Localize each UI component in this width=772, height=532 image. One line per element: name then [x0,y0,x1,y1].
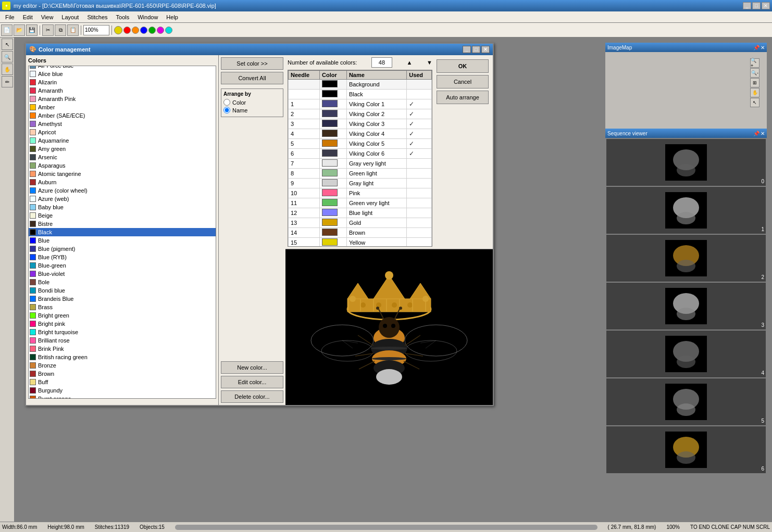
menu-edit[interactable]: Edit [19,13,37,21]
sequence-item[interactable]: 0 [606,139,766,186]
sequence-item[interactable]: 2 [606,235,766,282]
needle-count-spinner-down[interactable]: ▼ [427,59,432,66]
delete-color-button[interactable]: Delete color... [221,390,283,403]
color-list-item[interactable]: Azure (web) [29,195,216,203]
table-row[interactable]: 13 Gold [289,218,432,228]
color-list-item[interactable]: Azure (color wheel) [29,186,216,195]
zoom-in-btn[interactable]: 🔍+ [750,58,759,68]
table-row[interactable]: 5 Viking Color 5 ✓ [289,139,432,149]
color-list-item[interactable]: Bronze [29,361,216,370]
arrange-color-radio[interactable]: Color [223,99,281,106]
color-list-item[interactable]: Blue [29,236,216,245]
color-palette-btn[interactable] [114,26,122,34]
color-list-item[interactable]: Apricot [29,128,216,136]
color-list-item[interactable]: Arsenic [29,153,216,161]
table-row[interactable]: 12 Blue light [289,208,432,218]
color-list-item[interactable]: Bright pink [29,320,216,328]
fit-btn[interactable]: ⊞ [750,78,759,87]
needle-count-input[interactable] [371,57,392,68]
table-row[interactable]: Black [289,90,432,99]
table-row[interactable]: 4 Viking Color 4 ✓ [289,129,432,139]
sequence-pin-icon[interactable]: 📌 [753,131,759,136]
sequence-item[interactable]: 6 [606,426,766,473]
color-list-item[interactable]: Amber (SAE/ECE) [29,111,216,120]
color-list-item[interactable]: Bistre [29,220,216,228]
color-list-container[interactable]: Air Force blueAlice blueAlizarinAmaranth… [28,66,216,399]
new-color-button[interactable]: New color... [221,361,283,374]
sequence-item[interactable]: 1 [606,187,766,234]
minimize-button[interactable]: _ [743,2,751,9]
paste-btn[interactable]: 📋 [67,24,79,36]
cut-btn[interactable]: ✂ [42,24,54,36]
menu-layout[interactable]: Layout [57,13,83,21]
color-list-item[interactable]: Alizarin [29,78,216,86]
color-list-item[interactable]: Blue-green [29,261,216,270]
sequence-item[interactable]: 5 [606,378,766,425]
dialog-close-btn[interactable]: ✕ [481,46,490,53]
menu-file[interactable]: File [1,13,19,21]
sequence-item[interactable]: 3 [606,283,766,330]
table-row[interactable]: 7 Gray very light [289,159,432,169]
open-btn[interactable]: 📂 [14,24,25,36]
color-list-item[interactable]: Atomic tangerine [29,170,216,178]
color-list-item[interactable]: Air Force blue [29,66,216,70]
color-list-item[interactable]: Bole [29,278,216,286]
palette-1[interactable] [123,27,131,34]
color-list-item[interactable]: Aquamarine [29,136,216,145]
color-list-item[interactable]: Buff [29,378,216,386]
color-list-item[interactable]: Bright green [29,311,216,320]
palette-5[interactable] [157,27,164,34]
color-list-item[interactable]: Brandeis Blue [29,295,216,303]
menu-stitches[interactable]: Stitches [83,13,111,21]
color-list-item[interactable]: Blue-violet [29,270,216,278]
maximize-button[interactable]: □ [752,2,761,9]
zoom-out-btn[interactable]: 🔍- [750,68,759,78]
zoom-tool[interactable]: 🔍 [2,51,13,62]
palette-6[interactable] [165,27,172,34]
table-row[interactable]: 11 Green very light [289,198,432,208]
color-list-item[interactable]: Auburn [29,178,216,186]
color-list-item[interactable]: Asparagus [29,161,216,170]
sequence-item[interactable]: 4 [606,331,766,377]
color-list-item[interactable]: Burgundy [29,386,216,395]
color-list-item[interactable]: British racing green [29,353,216,361]
arrange-color-input[interactable] [223,99,230,106]
color-list-item[interactable]: Black [29,228,216,236]
dialog-minimize-btn[interactable]: _ [463,46,471,53]
copy-btn[interactable]: ⧉ [55,24,66,36]
convert-all-button[interactable]: Convert All [221,72,283,84]
needle-count-spinner-up[interactable]: ▲ [407,59,413,66]
color-list-item[interactable]: Brass [29,303,216,311]
pan-tool[interactable]: ✋ [2,64,13,75]
new-btn[interactable]: 📄 [1,24,13,36]
color-list-item[interactable]: Brilliant rose [29,336,216,345]
color-list-item[interactable]: Brink Pink [29,345,216,353]
table-row[interactable]: 10 Pink [289,188,432,198]
color-list-item[interactable]: Beige [29,211,216,220]
color-list-item[interactable]: Brown [29,370,216,378]
imagemap-close-icon[interactable]: ✕ [761,45,765,50]
palette-2[interactable] [132,27,139,34]
table-row[interactable]: 1 Viking Color 1 ✓ [289,99,432,109]
close-button[interactable]: ✕ [762,2,770,9]
table-row[interactable]: 6 Viking Color 6 ✓ [289,149,432,159]
color-list-item[interactable]: Blue (RYB) [29,253,216,261]
hand-tool-btn[interactable]: ✋ [750,88,759,97]
arrange-name-radio[interactable]: Name [223,107,281,113]
set-color-button[interactable]: Set color >> [221,57,283,70]
dialog-title-bar[interactable]: 🎨 Color management _ □ ✕ [26,44,493,55]
color-list-item[interactable]: Bondi blue [29,286,216,295]
zoom-input[interactable] [83,25,109,35]
color-list-item[interactable]: Amethyst [29,120,216,128]
palette-3[interactable] [140,27,147,34]
draw-tool[interactable]: ✏ [2,76,13,87]
table-row[interactable]: 8 Green light [289,169,432,179]
color-list-item[interactable]: Amaranth Pink [29,95,216,103]
color-list-item[interactable]: Amber [29,103,216,111]
menu-view[interactable]: View [37,13,58,21]
status-progress[interactable] [175,525,597,530]
imagemap-pin-icon[interactable]: 📌 [753,45,759,50]
cursor-tool-btn[interactable]: ↖ [750,98,759,107]
color-list-item[interactable]: Amy green [29,145,216,153]
menu-tools[interactable]: Tools [112,13,134,21]
